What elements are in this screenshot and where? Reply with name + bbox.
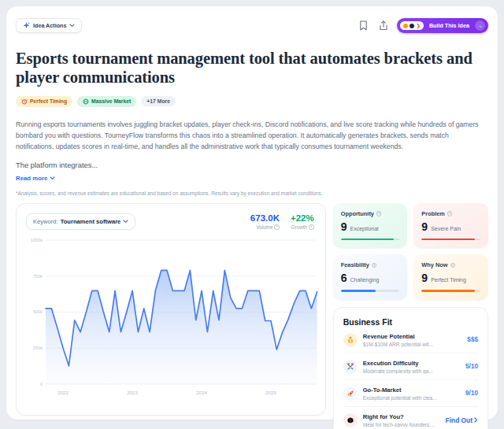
main-panel: Idea Actions ❯ Build This Idea → <box>6 6 498 420</box>
business-fit-row-execution[interactable]: Execution Difficulty Moderate complexity… <box>343 353 478 380</box>
business-fit-row-gtm[interactable]: Go-To-Market Exceptional potential with … <box>343 380 478 407</box>
tool-logo-icon <box>403 24 408 28</box>
svg-text:250k: 250k <box>33 346 43 350</box>
chart-header: Keyword: Tournament software 673.0K Volu… <box>26 213 321 230</box>
info-icon[interactable]: i <box>309 224 314 230</box>
info-icon[interactable]: i <box>274 224 280 230</box>
score-bar-track <box>421 290 480 292</box>
bf-row-sub: Ideal for tech-savvy founders ... <box>363 422 440 427</box>
score-bar-track <box>341 239 400 241</box>
money-bag-icon: $ <box>343 333 358 347</box>
bf-row-label: Execution Difficulty <box>363 360 460 367</box>
idea-actions-label: Idea Actions <box>33 22 66 29</box>
volume-stat: 673.0K Volume i <box>250 213 280 230</box>
read-more-link[interactable]: Read more <box>16 175 55 182</box>
score-descriptor: Perfect Timing <box>431 277 466 283</box>
svg-text:$: $ <box>349 338 351 342</box>
score-value: 9 <box>341 220 347 233</box>
keyword-value: Tournament software <box>61 218 121 225</box>
chart-stats: 673.0K Volume i +22% Growth i <box>250 213 314 230</box>
score-card-opportunity[interactable]: Opportunity i 9 Exceptional <box>333 203 408 249</box>
badge-perfect-timing[interactable]: Perfect Timing <box>16 96 72 107</box>
growth-label: Growth <box>291 224 308 230</box>
keyword-dropdown[interactable]: Keyword: Tournament software <box>26 213 135 230</box>
hammer-pick-icon <box>343 360 358 374</box>
build-button-label: Build This Idea <box>428 22 471 29</box>
score-value: 9 <box>421 272 428 284</box>
right-column: Opportunity i 9 Exceptional Problem i <box>333 203 488 429</box>
svg-text:500k: 500k <box>33 309 43 314</box>
score-value: 9 <box>421 220 428 233</box>
score-card-problem[interactable]: Problem i 9 Severe Pain <box>413 203 488 249</box>
description-teaser: The platform integrates... <box>16 161 488 169</box>
info-icon[interactable]: i <box>376 211 382 216</box>
description-paragraph: Running esports tournaments involves jug… <box>16 119 488 152</box>
build-tools-logos: ❯ <box>400 21 424 30</box>
svg-text:750k: 750k <box>33 274 43 279</box>
chevron-down-icon <box>123 220 128 224</box>
score-card-why-now[interactable]: Why Now i 9 Perfect Timing <box>413 254 488 300</box>
badge-row: Perfect Timing Massive Market +17 More <box>16 96 488 107</box>
growth-stat: +22% Growth i <box>291 213 314 230</box>
score-bar-track <box>341 290 400 292</box>
svg-text:2025: 2025 <box>265 390 276 395</box>
tool-logo-icon: ❯ <box>417 24 421 28</box>
chevron-down-icon <box>50 176 55 180</box>
chevron-down-icon <box>69 24 75 28</box>
find-out-link[interactable]: Find Out <box>446 416 478 424</box>
svg-text:2023: 2023 <box>127 390 138 395</box>
badge-label: Perfect Timing <box>30 98 67 104</box>
score-card-feasibility[interactable]: Feasibility i 6 Challenging <box>333 254 408 300</box>
tool-logo-icon <box>410 24 414 28</box>
svg-text:2022: 2022 <box>57 390 69 395</box>
score-label: Opportunity <box>341 210 374 217</box>
business-fit-row-right-for-you[interactable]: Right for You? Ideal for tech-savvy foun… <box>343 407 478 429</box>
idea-actions-button[interactable]: Idea Actions <box>16 18 82 33</box>
badge-massive-market[interactable]: Massive Market <box>77 96 136 107</box>
badge-more[interactable]: +17 More <box>141 96 176 106</box>
info-icon[interactable]: i <box>372 263 377 268</box>
score-label: Feasibility <box>341 261 369 268</box>
score-descriptor: Severe Pain <box>431 226 461 231</box>
info-icon[interactable]: i <box>447 211 453 216</box>
score-label: Why Now <box>421 261 447 268</box>
brain-icon <box>343 413 358 427</box>
svg-text:0: 0 <box>40 382 43 386</box>
svg-text:2024: 2024 <box>196 390 207 395</box>
build-this-idea-button[interactable]: ❯ Build This Idea → <box>397 18 488 33</box>
info-icon[interactable]: i <box>450 263 456 268</box>
growth-value: +22% <box>291 213 314 223</box>
score-descriptor: Challenging <box>350 277 379 283</box>
keyword-label: Keyword: <box>33 218 58 225</box>
business-fit-card: Business Fit $ Revenue Potential $1M-$10… <box>333 307 488 429</box>
topbar-actions: ❯ Build This Idea → <box>358 18 488 33</box>
volume-value: 673.0K <box>250 213 280 223</box>
score-label: Problem <box>421 210 445 217</box>
bf-row-label: Revenue Potential <box>363 333 462 340</box>
score-bar-fill <box>341 239 394 241</box>
arrow-right-icon: → <box>475 20 485 31</box>
score-bar-fill <box>421 290 474 292</box>
bf-row-sub: Exceptional potential with clea... <box>363 395 460 401</box>
business-fit-row-revenue[interactable]: $ Revenue Potential $1M-$10M ARR potenti… <box>343 327 478 353</box>
score-bar-track <box>421 239 480 241</box>
score-bar-fill <box>421 239 474 241</box>
score-descriptor: Exceptional <box>350 226 378 231</box>
bf-row-sub: Moderate complexity with ga... <box>363 368 460 374</box>
share-icon[interactable] <box>377 20 390 32</box>
score-value: 6 <box>341 272 347 284</box>
read-more-label: Read more <box>16 175 47 182</box>
trend-chart-svg: 1000k750k500k250k02022202320242025 <box>26 235 321 397</box>
badge-label: +17 More <box>146 98 170 104</box>
trend-chart-card: Keyword: Tournament software 673.0K Volu… <box>16 203 326 416</box>
bf-row-label: Go-To-Market <box>363 386 460 394</box>
globe-icon <box>83 98 89 105</box>
topbar: Idea Actions ❯ Build This Idea → <box>16 17 488 34</box>
volume-label: Volume <box>256 224 272 230</box>
bf-row-value: 9/10 <box>465 390 478 397</box>
bf-row-value: Find Out <box>446 416 472 424</box>
alarm-clock-icon <box>21 98 28 105</box>
bookmark-icon[interactable] <box>358 20 370 32</box>
disclaimer-text: *Analysis, scores, and revenue estimates… <box>16 190 488 196</box>
svg-text:1000k: 1000k <box>31 238 43 242</box>
